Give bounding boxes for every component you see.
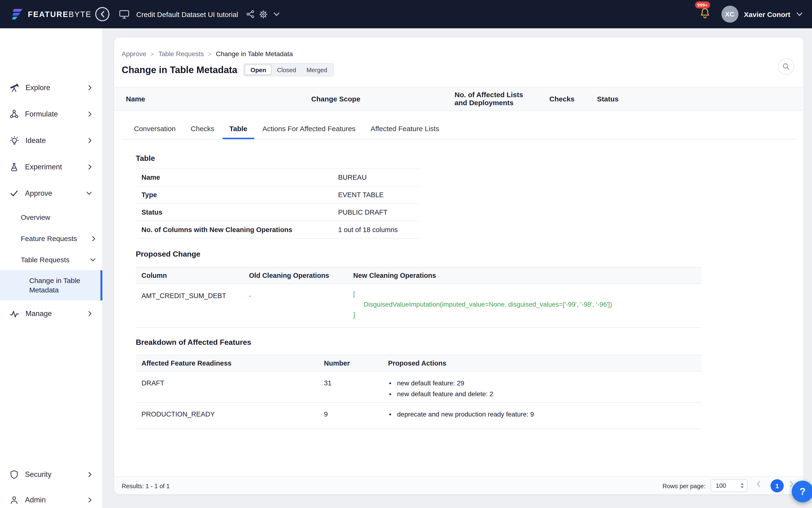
- column-header-name: Name: [126, 87, 145, 111]
- sidebar-item-formulate[interactable]: Formulate: [0, 101, 102, 127]
- column-header-proposed-actions: Proposed Actions: [388, 355, 446, 371]
- sidebar-item-label: Security: [25, 470, 51, 479]
- catalog-menu-button[interactable]: [273, 0, 280, 28]
- notifications-button[interactable]: 999+: [698, 7, 711, 21]
- readiness-value: PRODUCTION_READY: [141, 410, 215, 418]
- proposed-change-heading: Proposed Change: [136, 250, 200, 258]
- rows-per-page-value: 100: [716, 482, 726, 489]
- sidebar-item-approve[interactable]: Approve: [0, 180, 102, 207]
- sidebar-item-overview[interactable]: Overview: [0, 207, 102, 228]
- action-item: new default feature: 29: [389, 378, 493, 389]
- chevron-right-icon: [88, 138, 92, 143]
- sidebar: Explore Formulate: [0, 28, 103, 508]
- collapse-sidebar-button[interactable]: [95, 7, 109, 21]
- column-header-checks: Checks: [549, 87, 575, 111]
- chevron-left-icon: [100, 11, 104, 17]
- kv-row-type: Type EVENT TABLE: [136, 186, 419, 204]
- filter-merged[interactable]: Merged: [301, 65, 332, 75]
- code-bracket-close: ]: [353, 309, 612, 320]
- kv-label: Name: [136, 174, 160, 181]
- sidebar-item-feature-requests[interactable]: Feature Requests: [0, 228, 102, 249]
- sidebar-item-label: Admin: [25, 496, 46, 504]
- featurebyte-logo-icon: [10, 7, 24, 21]
- proposed-actions-list: deprecate and new production ready featu…: [389, 409, 534, 420]
- sidebar-item-label: Explore: [26, 83, 50, 92]
- topbar-right: 999+ XC Xavier Conort: [698, 0, 803, 28]
- avatar[interactable]: XC: [721, 6, 738, 23]
- page-number-button[interactable]: 1: [770, 479, 784, 493]
- table-row: PRODUCTION_READY 9 deprecate and new pro…: [136, 403, 702, 429]
- table-footer: Results: 1 - 1 of 1 Rows per page: 100 1: [114, 476, 804, 494]
- proposed-actions-list: new default feature: 29 new default feat…: [389, 378, 493, 399]
- results-count: Results: 1 - 1 of 1: [122, 477, 170, 495]
- chevron-right-icon: [88, 111, 92, 117]
- column-header-change-scope: Change Scope: [311, 87, 360, 111]
- filter-closed[interactable]: Closed: [272, 65, 301, 75]
- requests-table-header: Name Change Scope No. of Affected Lists …: [114, 87, 804, 111]
- sidebar-item-table-requests[interactable]: Table Requests: [0, 249, 102, 270]
- catalog-selector[interactable]: Credit Default Dataset UI tutorial: [119, 0, 238, 28]
- number-value: 9: [324, 410, 328, 418]
- action-item: deprecate and new production ready featu…: [389, 409, 534, 420]
- sidebar-item-label: Ideate: [26, 136, 46, 145]
- proposed-change-table: Column Old Cleaning Operations New Clean…: [136, 267, 702, 328]
- tab-conversation[interactable]: Conversation: [127, 119, 182, 139]
- detail-tabs: Conversation Checks Table Actions For Af…: [122, 119, 796, 140]
- notifications-badge: 999+: [695, 1, 710, 8]
- magnifier-icon: [782, 63, 790, 70]
- column-header-status: Status: [597, 87, 619, 111]
- tab-actions-for-affected-features[interactable]: Actions For Affected Features: [256, 119, 362, 139]
- spinner-arrows-icon: [741, 483, 743, 488]
- sidebar-item-manage[interactable]: Manage: [0, 300, 102, 327]
- tab-checks[interactable]: Checks: [184, 119, 221, 139]
- table-metadata: Name BUREAU Type EVENT TABLE Status PUBL…: [136, 168, 419, 239]
- sidebar-item-security[interactable]: Security: [0, 462, 102, 487]
- sidebar-item-label: Manage: [26, 309, 52, 318]
- breakdown-heading: Breakdown of Affected Features: [136, 338, 251, 347]
- lightbulb-icon: [9, 136, 19, 145]
- sidebar-item-experiment[interactable]: Experiment: [0, 154, 102, 180]
- share-button[interactable]: [246, 0, 255, 28]
- action-item: new default feature and delete: 2: [389, 389, 493, 399]
- new-cleaning-operations: [ DisguisedValueImputation(imputed_value…: [353, 289, 612, 320]
- column-header-column: Column: [141, 267, 167, 284]
- sidebar-item-label: Experiment: [25, 163, 62, 171]
- molecule-icon: [9, 110, 19, 119]
- chevron-down-icon: [90, 258, 96, 261]
- breadcrumb-approve[interactable]: Approve: [122, 50, 146, 57]
- tab-table[interactable]: Table: [223, 119, 254, 139]
- user-menu-button[interactable]: [797, 12, 803, 16]
- sidebar-item-change-in-table-metadata[interactable]: Change in Table Metadata: [0, 270, 102, 300]
- chevron-right-icon: [88, 472, 92, 477]
- kv-value: BUREAU: [338, 174, 367, 181]
- kv-label: Status: [136, 209, 163, 216]
- sidebar-item-admin[interactable]: Admin: [0, 487, 102, 508]
- page-title: Change in Table Metadata: [122, 65, 237, 75]
- rows-per-page-select[interactable]: 100: [711, 479, 748, 492]
- sidebar-item-ideate[interactable]: Ideate: [0, 127, 102, 154]
- kv-label: Type: [136, 191, 157, 199]
- previous-page-button[interactable]: [756, 481, 761, 489]
- status-filter: Open Closed Merged: [243, 63, 334, 76]
- breadcrumb-table-requests[interactable]: Table Requests: [159, 50, 204, 57]
- title-row: Change in Table Metadata Open Closed Mer…: [122, 63, 334, 76]
- kv-row-name: Name BUREAU: [136, 169, 419, 186]
- telescope-icon: [9, 83, 19, 93]
- sidebar-item-explore[interactable]: Explore: [0, 75, 102, 101]
- tab-affected-feature-lists[interactable]: Affected Feature Lists: [364, 119, 446, 139]
- sidebar-item-label: Feature Requests: [21, 235, 77, 243]
- chevron-right-icon: [92, 236, 96, 241]
- number-value: 31: [324, 379, 331, 387]
- readiness-value: DRAFT: [141, 379, 164, 387]
- chevron-right-icon: [88, 85, 92, 91]
- breadcrumb: Approve > Table Requests > Change in Tab…: [122, 50, 293, 57]
- flask-icon: [9, 162, 19, 172]
- settings-button[interactable]: [259, 0, 268, 28]
- kv-label: No. of Columns with New Cleaning Operati…: [136, 226, 292, 234]
- check-icon: [9, 189, 19, 198]
- help-button[interactable]: ?: [792, 481, 812, 502]
- filter-open[interactable]: Open: [245, 65, 272, 75]
- search-button[interactable]: [778, 58, 794, 75]
- person-icon: [9, 495, 19, 505]
- catalog-title: Credit Default Dataset UI tutorial: [136, 10, 238, 18]
